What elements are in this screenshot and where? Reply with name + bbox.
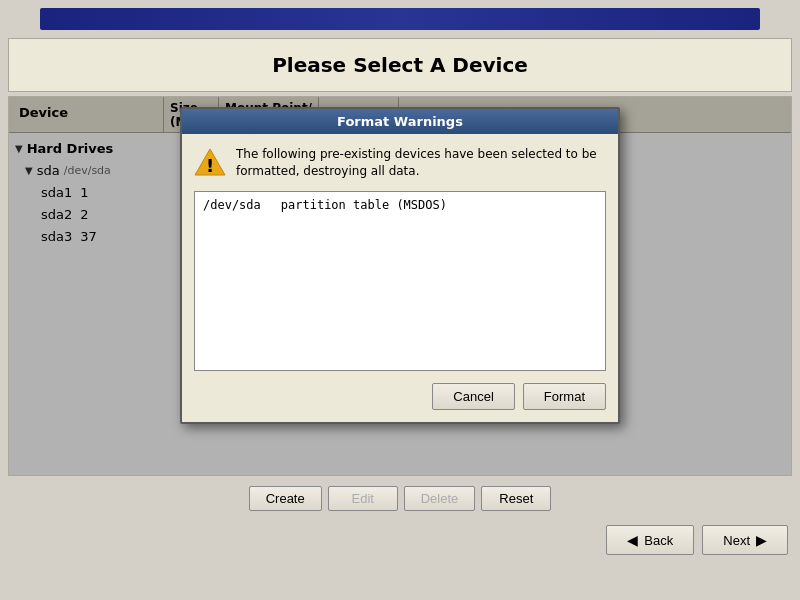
modal-overlay: Format Warnings ! The following pre-exis… xyxy=(9,97,791,475)
list-item: /dev/sda partition table (MSDOS) xyxy=(203,198,597,212)
next-arrow-icon: ▶ xyxy=(756,532,767,548)
back-arrow-icon: ◀ xyxy=(627,532,638,548)
warning-message: The following pre-existing devices have … xyxy=(236,146,606,180)
dialog-buttons: Cancel Format xyxy=(194,383,606,410)
create-button[interactable]: Create xyxy=(249,486,322,511)
next-button[interactable]: Next ▶ xyxy=(702,525,788,555)
svg-text:!: ! xyxy=(206,155,214,176)
format-button[interactable]: Format xyxy=(523,383,606,410)
list-description: partition table (MSDOS) xyxy=(281,198,447,212)
back-label: Back xyxy=(644,533,673,548)
reset-button[interactable]: Reset xyxy=(481,486,551,511)
page-title-area: Please Select A Device xyxy=(8,38,792,92)
dialog-title: Format Warnings xyxy=(337,114,463,129)
page-title: Please Select A Device xyxy=(272,53,528,77)
main-content: Device Size(M Mount Point/ ▼ Hard Drives… xyxy=(8,96,792,476)
format-warnings-dialog: Format Warnings ! The following pre-exis… xyxy=(180,107,620,424)
next-label: Next xyxy=(723,533,750,548)
top-bar xyxy=(40,8,760,30)
dialog-device-list: /dev/sda partition table (MSDOS) xyxy=(194,191,606,371)
dialog-body: ! The following pre-existing devices hav… xyxy=(182,134,618,422)
dialog-warning: ! The following pre-existing devices hav… xyxy=(194,146,606,181)
cancel-button[interactable]: Cancel xyxy=(432,383,514,410)
delete-button[interactable]: Delete xyxy=(404,486,476,511)
edit-button[interactable]: Edit xyxy=(328,486,398,511)
dialog-titlebar: Format Warnings xyxy=(182,109,618,134)
warning-icon: ! xyxy=(194,146,226,181)
back-button[interactable]: ◀ Back xyxy=(606,525,694,555)
nav-area: ◀ Back Next ▶ xyxy=(0,517,800,563)
list-device: /dev/sda xyxy=(203,198,261,212)
bottom-toolbar: Create Edit Delete Reset xyxy=(0,480,800,517)
